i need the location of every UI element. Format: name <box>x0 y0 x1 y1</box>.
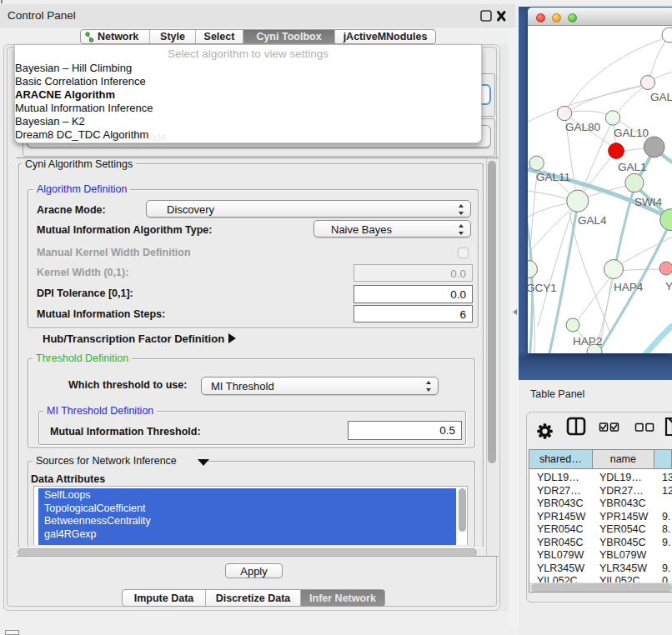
svg-text:GAL7: GAL7 <box>650 91 672 103</box>
svg-text:GAL4: GAL4 <box>578 214 607 227</box>
svg-text:SWI4: SWI4 <box>634 196 662 208</box>
svg-text:GAL11: GAL11 <box>536 171 570 183</box>
svg-text:GCY1: GCY1 <box>528 282 557 294</box>
svg-text:HAP4: HAP4 <box>614 281 644 293</box>
svg-text:GAL1: GAL1 <box>618 161 647 173</box>
svg-text:GAL80: GAL80 <box>565 121 600 133</box>
svg-text:Y: Y <box>665 280 672 292</box>
svg-text:GAL10: GAL10 <box>614 127 649 139</box>
svg-text:HAP2: HAP2 <box>573 335 602 348</box>
